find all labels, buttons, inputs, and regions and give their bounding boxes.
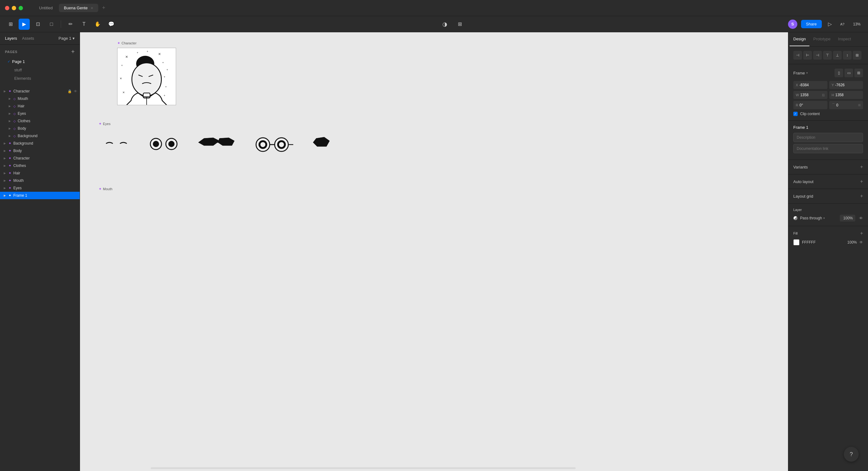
tab-untitled[interactable]: Untitled (34, 4, 58, 12)
component-icon: ✦ (8, 186, 11, 190)
component-icon: ◇ (13, 127, 16, 130)
expand-arrow-icon: ▶ (9, 97, 11, 100)
layer-clothes-sub[interactable]: ▶ ◇ Clothes (0, 117, 80, 125)
contrast-icon[interactable]: ◑ (439, 19, 451, 30)
zoom-level[interactable]: 13% (850, 21, 863, 28)
panel-tab-design[interactable]: Design (789, 32, 809, 46)
layer-hair-top[interactable]: ▶ ✦ Hair (0, 169, 80, 177)
comment-tool-button[interactable]: 💬 (106, 19, 117, 30)
frame-label-icon: ✦ (99, 122, 102, 126)
page-item-page1[interactable]: ✓ Page 1 (5, 57, 75, 66)
component-icon: ◇ (13, 119, 16, 123)
layers-section: ▶ ✦ Character 🔒 👁 ▶ ◇ Mouth ▶ ◇ Hair ▶ ◇… (0, 86, 80, 471)
svg-text:+: + (166, 68, 168, 71)
align-center-h-button[interactable]: ⊢ (803, 51, 812, 60)
panel-tab-prototype[interactable]: Prototype (809, 32, 834, 46)
frame-fit-button[interactable]: ⊞ (855, 68, 863, 77)
text-tool-button[interactable]: T (79, 19, 90, 30)
play-button[interactable]: ▷ (826, 20, 834, 28)
help-button[interactable]: ? (844, 447, 859, 462)
minimize-button[interactable] (12, 6, 16, 10)
pen-tool-button[interactable]: ✏ (65, 19, 76, 30)
fill-color-swatch[interactable] (793, 239, 800, 245)
doc-link-input[interactable] (793, 144, 863, 153)
x-field[interactable]: X -8384 (793, 81, 827, 89)
layer-visibility-icon[interactable]: 👁 (859, 216, 863, 220)
tab-close-icon[interactable]: ✕ (91, 6, 93, 10)
layer-clothes-top[interactable]: ▶ ✦ Clothes (0, 162, 80, 169)
page-item-stuff[interactable]: stuff (5, 66, 75, 74)
layer-background-component[interactable]: ▶ ✦ Background (0, 140, 80, 147)
layout-grid-add-button[interactable]: + (860, 193, 863, 199)
align-bottom-button[interactable]: ↕ (843, 51, 851, 60)
layer-character-component[interactable]: ▶ ✦ Character 🔒 👁 (0, 88, 80, 95)
component-icon: ✦ (8, 171, 11, 175)
panel-tab-inspect[interactable]: Inspect (834, 32, 855, 46)
svg-text:+: + (137, 51, 138, 54)
main-layout: Layers Assets Page 1 ▾ Pages + ✓ Page 1 … (0, 32, 868, 471)
h-field[interactable]: H 1358 (829, 91, 863, 99)
align-left-button[interactable]: ⊣ (793, 51, 802, 60)
share-button[interactable]: Share (801, 20, 822, 28)
frame-tool-button[interactable]: ⊡ (32, 19, 43, 30)
eye-icon[interactable]: 👁 (74, 89, 77, 93)
layer-mouth-top[interactable]: ▶ ✦ Mouth (0, 177, 80, 184)
fill-add-button[interactable]: + (860, 231, 863, 236)
align-right-button[interactable]: ⊣ (813, 51, 822, 60)
toolbar-right: S Share ▷ A? 13% (788, 19, 863, 30)
layer-body-sub[interactable]: ▶ ◇ Body (0, 125, 80, 132)
layer-character-top[interactable]: ▶ ✦ Character (0, 154, 80, 162)
page-item-elements[interactable]: Elements (5, 74, 75, 83)
w-field[interactable]: W 1358 ⛓ (793, 91, 827, 99)
layer-hair-sub[interactable]: ▶ ◇ Hair (0, 102, 80, 110)
blend-mode-select[interactable]: Pass through ▾ (800, 216, 837, 220)
canvas-scrollbar[interactable] (151, 467, 576, 469)
layer-mouth-sub[interactable]: ▶ ◇ Mouth (0, 95, 80, 102)
layer-frame1[interactable]: ▶ ✦ Frame 1 (0, 192, 80, 199)
expand-arrow-icon: ▶ (4, 194, 6, 197)
add-page-button[interactable]: + (71, 49, 75, 55)
components-icon[interactable]: ⊞ (454, 19, 465, 30)
clip-content-checkbox[interactable]: ✓ (793, 112, 798, 116)
layer-body-component[interactable]: ▶ ✦ Body (0, 147, 80, 154)
svg-text:+: + (164, 76, 165, 79)
tab-add-button[interactable]: + (99, 3, 108, 12)
select-tool-button[interactable]: ▶ (19, 19, 30, 30)
canvas-content: ✦ Character ✕ + + ✕ + + + + ✕ (80, 32, 788, 471)
titlebar: Untitled Buena Gente ✕ + (0, 0, 868, 16)
y-field[interactable]: Y -7626 (829, 81, 863, 89)
svg-text:✕: ✕ (122, 91, 125, 94)
layer-eyes-sub[interactable]: ▶ ◇ Eyes (0, 110, 80, 117)
sidebar-tab-assets[interactable]: Assets (22, 36, 34, 41)
frame-landscape-button[interactable]: ▭ (844, 68, 853, 77)
maximize-button[interactable] (19, 6, 23, 10)
frame-portrait-button[interactable]: ▯ (835, 68, 843, 77)
fill-section: Fill + FFFFFF 100% 👁 (788, 226, 868, 250)
rotation-field[interactable]: R 0° (793, 101, 827, 109)
canvas[interactable]: ✦ Character ✕ + + ✕ + + + + ✕ (80, 32, 788, 471)
fill-visibility-icon[interactable]: 👁 (859, 240, 863, 244)
component-icon: ✦ (8, 89, 11, 93)
variants-add-button[interactable]: + (860, 164, 863, 170)
align-top-button[interactable]: ⊤ (823, 51, 832, 60)
eyes-variant-1 (105, 135, 130, 150)
layer-eyes-top[interactable]: ▶ ✦ Eyes (0, 184, 80, 192)
sidebar-tab-layers[interactable]: Layers (5, 36, 17, 41)
accessibility-button[interactable]: A? (838, 19, 847, 30)
description-input[interactable] (793, 133, 863, 142)
character-canvas-frame[interactable]: ✕ + + ✕ + + + + ✕ ✕ + + (117, 48, 176, 105)
component-icon: ✦ (8, 178, 11, 183)
grid-tool-button[interactable]: ⊞ (5, 19, 16, 30)
auto-layout-add-button[interactable]: + (860, 179, 863, 184)
shapes-tool-button[interactable]: □ (46, 19, 57, 30)
expand-arrow-icon: ▶ (4, 142, 6, 145)
tab-buena-gente[interactable]: Buena Gente ✕ (59, 4, 98, 12)
page-selector[interactable]: Page 1 ▾ (59, 36, 75, 41)
distribute-button[interactable]: ⊞ (853, 51, 862, 60)
opacity-input[interactable]: 100% (840, 215, 855, 222)
layer-background-sub[interactable]: ▶ ◇ Background (0, 132, 80, 140)
corner-field[interactable]: ⌒ 0 ⊞ (829, 101, 863, 109)
hand-tool-button[interactable]: ✋ (92, 19, 103, 30)
close-button[interactable] (5, 6, 9, 10)
align-middle-button[interactable]: ⊥ (833, 51, 842, 60)
